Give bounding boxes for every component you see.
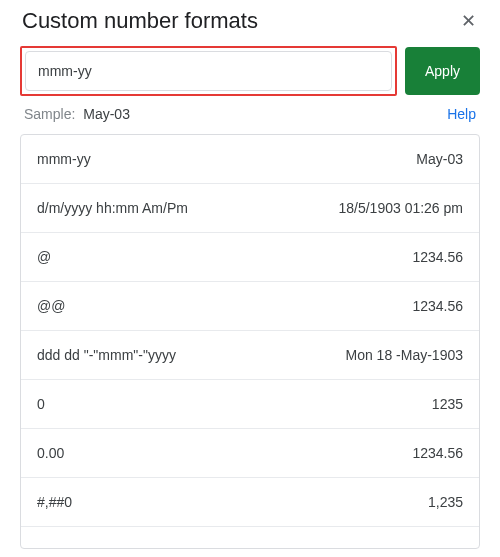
format-preview: May-03 xyxy=(416,151,463,167)
format-pattern: @ xyxy=(37,249,51,265)
format-pattern: mmm-yy xyxy=(37,151,91,167)
format-preview: 1,235 xyxy=(428,494,463,510)
format-list-item[interactable]: @@ 1234.56 xyxy=(21,282,479,331)
format-pattern: ddd dd "-"mmm"-"yyyy xyxy=(37,347,176,363)
format-pattern: 0 xyxy=(37,396,45,412)
format-pattern: 0.00 xyxy=(37,445,64,461)
format-list-item[interactable]: #,##0 1,235 xyxy=(21,478,479,527)
format-preview: 1235 xyxy=(432,396,463,412)
format-list-item[interactable]: 0.00 1234.56 xyxy=(21,429,479,478)
format-list-item[interactable]: d/m/yyyy hh:mm Am/Pm 18/5/1903 01:26 pm xyxy=(21,184,479,233)
format-list-item[interactable]: mmm-yy May-03 xyxy=(21,135,479,184)
format-pattern: #,##0 xyxy=(37,494,72,510)
format-preview: 1234.56 xyxy=(412,249,463,265)
format-list[interactable]: mmm-yy May-03 d/m/yyyy hh:mm Am/Pm 18/5/… xyxy=(20,134,480,549)
format-list-item[interactable]: ddd dd "-"mmm"-"yyyy Mon 18 -May-1903 xyxy=(21,331,479,380)
sample-value: May-03 xyxy=(83,106,130,122)
sample-row: Sample: May-03 Help xyxy=(0,96,500,134)
sample-label: Sample: xyxy=(24,106,75,122)
input-highlight-box xyxy=(20,46,397,96)
format-pattern: d/m/yyyy hh:mm Am/Pm xyxy=(37,200,188,216)
sample-text: Sample: May-03 xyxy=(24,106,130,122)
format-input[interactable] xyxy=(25,51,392,91)
format-list-item[interactable]: @ 1234.56 xyxy=(21,233,479,282)
format-preview: 1234.56 xyxy=(412,445,463,461)
dialog-header: Custom number formats ✕ xyxy=(0,8,500,46)
format-preview: Mon 18 -May-1903 xyxy=(345,347,463,363)
dialog-title: Custom number formats xyxy=(22,8,258,34)
format-list-item[interactable]: 0 1235 xyxy=(21,380,479,429)
format-pattern: @@ xyxy=(37,298,65,314)
help-link[interactable]: Help xyxy=(447,106,476,122)
close-icon[interactable]: ✕ xyxy=(457,8,480,34)
input-row: Apply xyxy=(0,46,500,96)
format-preview: 18/5/1903 01:26 pm xyxy=(338,200,463,216)
custom-number-formats-dialog: Custom number formats ✕ Apply Sample: Ma… xyxy=(0,0,500,549)
apply-button[interactable]: Apply xyxy=(405,47,480,95)
format-preview: 1234.56 xyxy=(412,298,463,314)
